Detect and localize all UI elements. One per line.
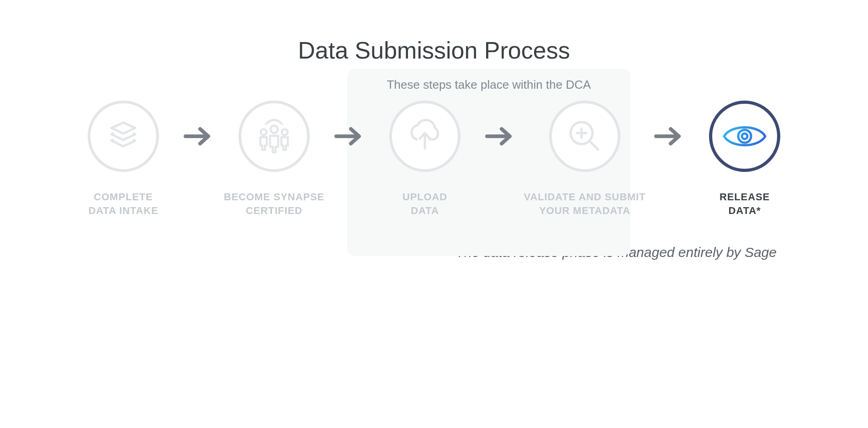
svg-point-6 [738, 130, 751, 143]
step-label: UPLOAD DATA [402, 190, 447, 217]
svg-point-7 [742, 134, 747, 139]
arrow [484, 101, 516, 172]
step-validate-submit-metadata: VALIDATE AND SUBMIT YOUR METADATA [516, 101, 653, 217]
step-circle [238, 101, 310, 172]
step-upload-data: UPLOAD DATA [365, 101, 484, 217]
magnify-plus-icon [566, 118, 603, 155]
process-flow: These steps take place within the DCA CO… [64, 101, 804, 217]
step-release-data: RELEASE DATA* [685, 101, 804, 217]
step-circle-active [709, 101, 780, 172]
step-circle [88, 101, 159, 172]
dca-caption: These steps take place within the DCA [347, 69, 630, 92]
eye-icon [722, 122, 767, 151]
step-label: COMPLETE DATA INTAKE [88, 190, 158, 217]
arrow [183, 101, 215, 172]
cloud-upload-icon [405, 118, 445, 154]
diagram-title: Data Submission Process [298, 37, 570, 64]
arrow-right-icon [653, 125, 685, 147]
step-circle [389, 101, 460, 172]
svg-point-3 [265, 123, 267, 125]
step-label: BECOME SYNAPSE CERTIFIED [224, 190, 324, 217]
step-circle [549, 101, 620, 172]
step-label: VALIDATE AND SUBMIT YOUR METADATA [524, 190, 646, 217]
arrow-right-icon [484, 125, 516, 147]
people-icon [254, 118, 295, 154]
svg-point-0 [270, 126, 278, 133]
svg-point-2 [282, 129, 288, 135]
arrow [653, 101, 685, 172]
arrow-right-icon [333, 125, 365, 147]
step-label: RELEASE DATA* [720, 190, 770, 217]
svg-point-1 [261, 129, 267, 135]
layers-icon [105, 118, 142, 155]
step-complete-data-intake: COMPLETE DATA INTAKE [64, 101, 183, 217]
arrow-right-icon [183, 125, 215, 147]
arrow [333, 101, 365, 172]
step-become-synapse-certified: BECOME SYNAPSE CERTIFIED [215, 101, 333, 217]
svg-point-4 [281, 123, 283, 125]
